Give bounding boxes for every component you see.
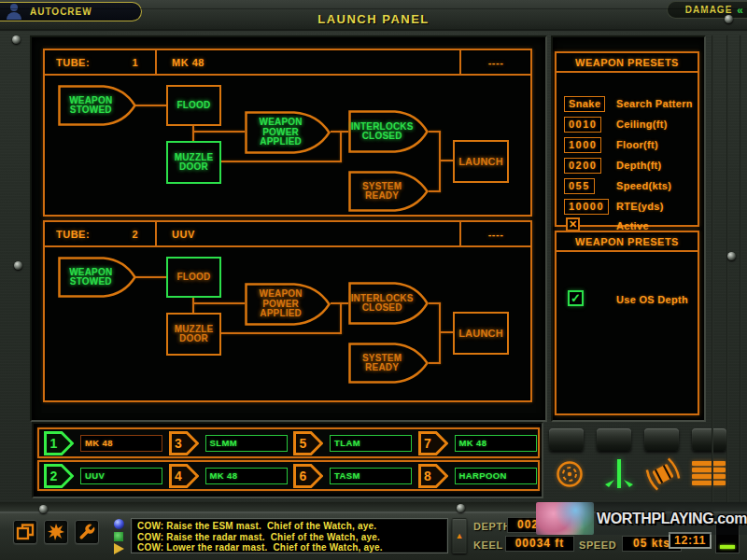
- burst-button[interactable]: [44, 520, 68, 544]
- radio-indicator-icon[interactable]: [114, 519, 124, 529]
- damage-label: DAMAGE: [685, 5, 732, 15]
- tube-list-item-7[interactable]: 7 MK 48: [414, 431, 539, 455]
- tube-weapon-name: TLAM: [330, 435, 412, 452]
- status-square-icon[interactable]: [114, 532, 123, 541]
- tube-number-badge: 5: [293, 431, 323, 455]
- tube-list-item-6[interactable]: 6 TASM: [289, 464, 414, 488]
- speed-label: Speed(kts): [616, 180, 671, 191]
- message-line: COW: Raise the ESM mast. Chief of the Wa…: [137, 521, 442, 532]
- weapon-presets-panel-2: WEAPON PRESETS ✓ Use OS Depth: [555, 231, 699, 415]
- node-launch: LAUNCH: [453, 140, 509, 183]
- node-weapon-power: WEAPON POWER APPLIED: [245, 283, 331, 326]
- message-line: COW: Lower the radar mast. Chief of the …: [137, 542, 442, 553]
- node-interlocks: INTERLOCKS CLOSED: [348, 282, 429, 325]
- screw: [12, 35, 21, 44]
- wrench-button[interactable]: [75, 520, 99, 544]
- active-checkbox[interactable]: ✕: [566, 217, 580, 231]
- tube1-header: TUBE: 1 MK 48 ----: [45, 50, 530, 76]
- keel-readout-label: KEEL: [473, 539, 503, 551]
- tube2-number: 2: [132, 229, 138, 240]
- tube-weapon-name: SLMM: [205, 435, 288, 452]
- windows-icon: [16, 523, 35, 541]
- search-pattern-field[interactable]: Snake: [564, 96, 605, 112]
- node-launch: LAUNCH: [453, 312, 509, 355]
- tube-list-item-1[interactable]: 1 MK 48: [39, 431, 164, 455]
- depth-readout-label: DEPTH: [473, 521, 511, 532]
- play-triangle-icon[interactable]: [114, 543, 124, 554]
- screw: [725, 15, 733, 23]
- tube2-header: TUBE: 2 UUV ----: [45, 222, 530, 247]
- target-crosshair-icon[interactable]: [555, 459, 585, 493]
- noisemaker-icon[interactable]: [644, 455, 682, 497]
- node-system-ready: SYSTEM READY: [348, 171, 429, 212]
- autocrew-label: AUTOCREW: [30, 7, 92, 17]
- blank-key-3[interactable]: [644, 428, 679, 451]
- use-os-depth-checkbox[interactable]: ✓: [568, 290, 584, 306]
- tube-list-item-4[interactable]: 4 MK 48: [164, 464, 289, 488]
- tube-list-row-2: 2 UUV 4 MK 48 6 TASM 8 HARPOON: [37, 460, 540, 491]
- tube-weapon-name: MK 48: [205, 468, 288, 484]
- launch-panel-screen: LAUNCH PANEL AUTOCREW DAMAGE « TUBE: 1 M…: [0, 0, 747, 560]
- tube-number-badge: 6: [293, 464, 323, 488]
- tube-number-badge: 8: [418, 464, 448, 488]
- speed-field[interactable]: 055: [564, 178, 595, 194]
- speed-readout-label: SPEED: [579, 539, 616, 551]
- depth-field[interactable]: 0200: [564, 158, 601, 174]
- autocrew-button[interactable]: AUTOCREW: [0, 2, 142, 21]
- screw: [14, 261, 22, 270]
- x-mark-icon: ✕: [569, 218, 577, 231]
- watermark: WORTHPLAYING.com: [536, 502, 747, 535]
- tube2-weapon: UUV: [172, 229, 195, 240]
- ceiling-field[interactable]: 0010: [564, 117, 601, 133]
- tube-weapon-name: TASM: [330, 468, 412, 484]
- node-muzzle-door: MUZZLE DOOR: [166, 313, 221, 356]
- check-mark-icon: ✓: [571, 291, 581, 305]
- search-pattern-label: Search Pattern: [616, 98, 693, 109]
- tube-list-item-3[interactable]: 3 SLMM: [164, 431, 289, 455]
- tube-number-badge: 7: [418, 431, 448, 455]
- message-log: COW: Raise the ESM mast. Chief of the Wa…: [131, 518, 448, 553]
- tube-number-badge: 1: [44, 431, 74, 455]
- blank-key-1[interactable]: [549, 428, 584, 451]
- node-flood: FLOOD: [166, 257, 221, 298]
- blank-key-4[interactable]: [692, 428, 726, 451]
- burst-icon: [47, 523, 65, 541]
- menu-icon[interactable]: [692, 461, 726, 485]
- tube-weapon-name: UUV: [80, 468, 162, 484]
- tube1-status: ----: [488, 57, 504, 68]
- floor-field[interactable]: 1000: [564, 137, 601, 153]
- tube2-diagram: WEAPON STOWED FLOOD MUZZLE DOOR WEAPON P…: [45, 249, 530, 400]
- node-weapon-stowed: WEAPON STOWED: [58, 257, 136, 298]
- tube-list-row-1: 1 MK 48 3 SLMM 5 TLAM 7 MK 48: [37, 427, 540, 458]
- windows-button[interactable]: [13, 520, 37, 544]
- scroll-up-button[interactable]: ▲: [452, 518, 467, 553]
- node-weapon-power: WEAPON POWER APPLIED: [245, 111, 331, 154]
- health-bar: [720, 545, 735, 549]
- tube1-weapon: MK 48: [172, 57, 204, 68]
- tube-weapon-name: HARPOON: [455, 468, 537, 484]
- node-interlocks: INTERLOCKS CLOSED: [348, 110, 429, 153]
- tube-number-badge: 2: [44, 464, 74, 488]
- tube2-status: ----: [488, 229, 504, 240]
- node-muzzle-door: MUZZLE DOOR: [166, 141, 221, 184]
- damage-button[interactable]: DAMAGE «: [667, 1, 747, 19]
- center-align-icon[interactable]: [601, 456, 637, 496]
- blank-key-2[interactable]: [597, 428, 631, 451]
- speaker-icon: «: [737, 6, 743, 15]
- tube-number-badge: 4: [169, 464, 199, 488]
- tube-list-item-5[interactable]: 5 TLAM: [289, 431, 414, 455]
- floor-label: Floor(ft): [616, 139, 658, 150]
- tube-list-item-2[interactable]: 2 UUV: [39, 464, 164, 488]
- tube2-panel: TUBE: 2 UUV ---- WEAPON STOWED FLOOD: [43, 220, 532, 402]
- use-os-depth-label: Use OS Depth: [616, 294, 688, 305]
- ceiling-label: Ceiling(ft): [616, 119, 668, 130]
- wrench-icon: [78, 523, 96, 541]
- depth-label: Depth(ft): [616, 160, 662, 171]
- tube1-label: TUBE:: [56, 57, 90, 68]
- tube-weapon-name: MK 48: [455, 435, 537, 452]
- watermark-art: [536, 502, 594, 535]
- tube-weapon-name: MK 48: [80, 435, 162, 452]
- keel-readout-value: 00034 ft: [505, 536, 574, 552]
- screw: [727, 252, 736, 260]
- tube-list-item-8[interactable]: 8 HARPOON: [414, 464, 539, 488]
